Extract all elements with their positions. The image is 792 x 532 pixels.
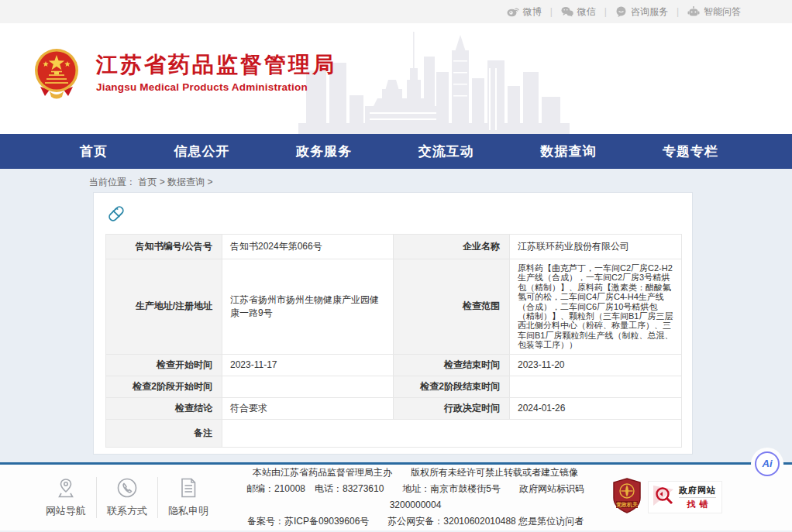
inspection-detail-panel: 告知书编号/公告号 告知书2024年第066号 企业名称 江苏联环药业股份有限公…: [93, 192, 693, 455]
site-header: 江苏省药品监督管理局 Jiangsu Medical Products Admi…: [0, 23, 792, 134]
footer-line-icp: 备案号：苏ICP备09039606号 苏公网安备：32010602010488 …: [223, 513, 608, 530]
weibo-icon: [507, 6, 519, 17]
decision-date-label: 行政决定时间: [394, 397, 510, 419]
breadcrumb-prefix: 当前位置：: [89, 177, 136, 187]
table-row: 备注: [106, 419, 682, 447]
nav-item-gov-services[interactable]: 政务服务: [296, 142, 352, 160]
find-badge-texts: 政府网站 找错: [679, 485, 716, 510]
table-row: 检查结论 符合要求 行政决定时间 2024-01-26: [106, 397, 682, 419]
footer-info: 本站由江苏省药品监督管理局主办 版权所有未经许可禁止转载或者建立镜像 邮编：21…: [219, 465, 612, 530]
ai-assistant-button[interactable]: Ai: [755, 451, 780, 476]
breadcrumb-home-link[interactable]: 首页: [138, 177, 157, 187]
nav-item-data-query[interactable]: 数据查询: [540, 142, 596, 160]
conclusion-label: 检查结论: [106, 397, 222, 419]
main-nav: 首页 信息公开 政务服务 交流互动 数据查询 专题专栏: [0, 134, 792, 169]
nav-item-info-disclosure[interactable]: 信息公开: [174, 142, 230, 160]
stage2-start-value: [222, 376, 394, 397]
nav-item-special-topics[interactable]: 专题专栏: [663, 142, 718, 160]
table-row: 生产地址/注册地址 江苏省扬州市扬州生物健康产业园健康一路9号 检查范围 原料药…: [106, 259, 682, 355]
privacy-link[interactable]: 隐私申明: [158, 477, 219, 518]
footer-badges: 党政机关 政府网站 找错: [612, 478, 722, 517]
footer-line-contact: 邮编：210008 电话：83273610 地址：南京市鼓楼街5号 政府网站标识…: [223, 481, 608, 513]
wechat-link[interactable]: 微信: [553, 5, 604, 19]
gov-site-error-report-badge[interactable]: 政府网站 找错: [648, 481, 722, 513]
privacy-label: 隐私申明: [168, 504, 208, 518]
conclusion-value: 符合要求: [222, 397, 394, 419]
smart-qa-link[interactable]: 智能问答: [679, 5, 749, 19]
breadcrumb-separator: >: [160, 177, 165, 187]
weibo-label: 微博: [523, 5, 542, 19]
table-row: 检查开始时间 2023-11-17 检查结束时间 2023-11-20: [106, 354, 682, 376]
company-value: 江苏联环药业股份有限公司: [510, 235, 682, 259]
start-date-value: 2023-11-17: [222, 354, 394, 376]
document-icon: [179, 477, 198, 499]
find-badge-title: 政府网站: [679, 485, 716, 496]
consult-label: 咨询服务: [631, 5, 668, 19]
address-label: 生产地址/注册地址: [106, 259, 222, 355]
contact-link[interactable]: 联系方式: [97, 477, 158, 518]
start-date-label: 检查开始时间: [106, 354, 222, 376]
end-date-label: 检查结束时间: [394, 354, 510, 376]
nav-item-interaction[interactable]: 交流互动: [418, 142, 474, 160]
magnifier-icon: [652, 484, 675, 510]
site-map-link[interactable]: 网站导航: [36, 477, 97, 518]
table-row: 告知书编号/公告号 告知书2024年第066号 企业名称 江苏联环药业股份有限公…: [106, 235, 682, 259]
stage2-end-label: 检查2阶段结束时间: [394, 376, 510, 397]
site-subtitle: Jiangsu Medical Products Administration: [96, 81, 336, 93]
city-skyline-watermark: [298, 26, 570, 134]
breadcrumb-data-query-link[interactable]: 数据查询: [167, 177, 205, 187]
footer-quick-links: 网站导航 联系方式 隐私申明: [36, 477, 219, 518]
brand[interactable]: 江苏省药品监督管理局 Jiangsu Medical Products Admi…: [34, 48, 336, 99]
phone-icon: [116, 477, 138, 499]
party-gov-shield-badge[interactable]: 党政机关: [612, 478, 642, 517]
notice-no-label: 告知书编号/公告号: [106, 235, 222, 259]
decision-date-value: 2024-01-26: [510, 397, 682, 419]
site-footer: Ai 网站导航 联系方式: [0, 462, 792, 530]
consult-icon: [615, 6, 627, 17]
robot-icon: [687, 6, 700, 17]
remark-value: [222, 419, 682, 447]
scope-label: 检查范围: [394, 259, 510, 355]
scope-value: 原料药【曲克芦丁，一车间C2厂房C2-H2生产线（合成），一车间C2厂房3号精烘…: [510, 259, 682, 355]
nav-item-home[interactable]: 首页: [80, 142, 108, 160]
brand-text: 江苏省药品监督管理局 Jiangsu Medical Products Admi…: [96, 54, 336, 93]
national-emblem-logo: [34, 48, 79, 99]
footer-line-host: 本站由江苏省药品监督管理局主办 版权所有未经许可禁止转载或者建立镜像: [223, 465, 608, 481]
find-badge-action: 找错: [684, 499, 712, 510]
map-pin-icon: [56, 477, 76, 499]
breadcrumb-tail-separator: >: [207, 177, 212, 187]
smart-qa-label: 智能问答: [704, 5, 741, 19]
end-date-value: 2023-11-20: [510, 354, 682, 376]
site-map-label: 网站导航: [46, 504, 86, 518]
stage2-start-label: 检查2阶段开始时间: [106, 376, 222, 397]
inspection-detail-table: 告知书编号/公告号 告知书2024年第066号 企业名称 江苏联环药业股份有限公…: [105, 234, 682, 448]
consult-service-link[interactable]: 咨询服务: [607, 5, 677, 19]
content-area: 当前位置： 首页 > 数据查询 > 告知书编号/公告号 告知书2024年第066…: [0, 169, 792, 462]
top-utility-bar: 微博 | 微信 | 咨询服务 | 智能问答: [0, 0, 792, 23]
notice-no-value: 告知书2024年第066号: [222, 235, 394, 259]
wechat-label: 微信: [577, 5, 596, 19]
table-row: 检查2阶段开始时间 检查2阶段结束时间: [106, 376, 682, 397]
address-value: 江苏省扬州市扬州生物健康产业园健康一路9号: [222, 259, 394, 355]
breadcrumb: 当前位置： 首页 > 数据查询 >: [89, 175, 792, 192]
svg-text:党政机关: 党政机关: [615, 501, 638, 508]
site-title: 江苏省药品监督管理局: [96, 54, 336, 76]
stage2-end-value: [510, 376, 682, 397]
contact-label: 联系方式: [107, 504, 147, 518]
find-badge-divider: [679, 497, 716, 498]
remark-label: 备注: [106, 419, 222, 447]
wechat-icon: [561, 6, 573, 17]
company-label: 企业名称: [394, 235, 510, 259]
weibo-link[interactable]: 微博: [498, 5, 550, 19]
pill-capsule-icon: [107, 204, 680, 226]
